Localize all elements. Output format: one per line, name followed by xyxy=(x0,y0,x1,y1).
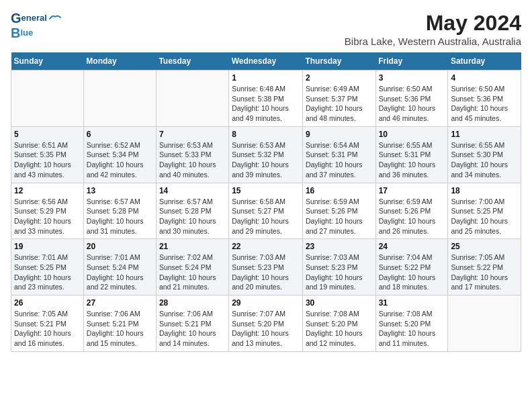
calendar-cell: 30Sunrise: 7:08 AM Sunset: 5:20 PM Dayli… xyxy=(302,295,375,352)
calendar-cell: 21Sunrise: 7:02 AM Sunset: 5:24 PM Dayli… xyxy=(156,239,228,295)
day-number: 10 xyxy=(379,130,445,139)
day-info: Sunrise: 7:06 AM Sunset: 5:21 PM Dayligh… xyxy=(87,309,153,349)
day-info: Sunrise: 7:05 AM Sunset: 5:21 PM Dayligh… xyxy=(14,309,81,349)
day-number: 16 xyxy=(306,186,373,195)
day-number: 9 xyxy=(306,130,373,139)
calendar-cell xyxy=(11,71,84,127)
day-number: 28 xyxy=(159,298,226,308)
day-number: 2 xyxy=(306,73,373,83)
day-info: Sunrise: 7:02 AM Sunset: 5:24 PM Dayligh… xyxy=(159,253,226,292)
col-header-friday: Friday xyxy=(375,52,448,71)
day-info: Sunrise: 7:00 AM Sunset: 5:25 PM Dayligh… xyxy=(451,197,518,236)
day-number: 18 xyxy=(451,186,518,195)
calendar-cell: 16Sunrise: 6:59 AM Sunset: 5:26 PM Dayli… xyxy=(302,183,375,239)
day-info: Sunrise: 6:50 AM Sunset: 5:36 PM Dayligh… xyxy=(379,84,445,124)
calendar-cell: 4Sunrise: 6:50 AM Sunset: 5:36 PM Daylig… xyxy=(448,71,521,127)
calendar-cell: 15Sunrise: 6:58 AM Sunset: 5:27 PM Dayli… xyxy=(229,183,303,239)
calendar-table: SundayMondayTuesdayWednesdayThursdayFrid… xyxy=(11,52,521,352)
calendar-cell: 25Sunrise: 7:05 AM Sunset: 5:22 PM Dayli… xyxy=(448,239,521,295)
day-number: 14 xyxy=(159,186,226,195)
calendar-cell: 11Sunrise: 6:55 AM Sunset: 5:30 PM Dayli… xyxy=(448,126,521,183)
day-number: 17 xyxy=(379,186,445,195)
calendar-cell: 19Sunrise: 7:01 AM Sunset: 5:25 PM Dayli… xyxy=(11,239,84,295)
day-info: Sunrise: 6:57 AM Sunset: 5:28 PM Dayligh… xyxy=(159,197,226,236)
calendar-cell: 24Sunrise: 7:04 AM Sunset: 5:22 PM Dayli… xyxy=(375,239,448,295)
calendar-cell: 29Sunrise: 7:07 AM Sunset: 5:20 PM Dayli… xyxy=(229,295,303,352)
day-info: Sunrise: 7:07 AM Sunset: 5:20 PM Dayligh… xyxy=(232,309,300,349)
day-number: 3 xyxy=(379,73,445,83)
day-info: Sunrise: 7:04 AM Sunset: 5:22 PM Dayligh… xyxy=(379,253,445,292)
calendar-cell: 7Sunrise: 6:53 AM Sunset: 5:33 PM Daylig… xyxy=(156,126,228,183)
calendar-week-4: 19Sunrise: 7:01 AM Sunset: 5:25 PM Dayli… xyxy=(11,239,521,295)
day-number: 19 xyxy=(14,242,81,251)
day-info: Sunrise: 6:58 AM Sunset: 5:27 PM Dayligh… xyxy=(232,197,300,236)
logo-bird-icon xyxy=(48,13,62,23)
calendar-cell: 20Sunrise: 7:01 AM Sunset: 5:24 PM Dayli… xyxy=(83,239,156,295)
day-info: Sunrise: 6:53 AM Sunset: 5:32 PM Dayligh… xyxy=(232,140,300,180)
day-info: Sunrise: 7:05 AM Sunset: 5:22 PM Dayligh… xyxy=(451,253,518,292)
day-number: 6 xyxy=(87,130,153,139)
day-number: 21 xyxy=(159,242,226,251)
day-info: Sunrise: 6:54 AM Sunset: 5:31 PM Dayligh… xyxy=(306,140,373,180)
calendar-week-2: 5Sunrise: 6:51 AM Sunset: 5:35 PM Daylig… xyxy=(11,126,521,183)
day-number: 25 xyxy=(451,242,518,251)
calendar-cell: 13Sunrise: 6:57 AM Sunset: 5:28 PM Dayli… xyxy=(83,183,156,239)
col-header-saturday: Saturday xyxy=(448,52,521,71)
day-number: 15 xyxy=(232,186,300,195)
calendar-cell: 5Sunrise: 6:51 AM Sunset: 5:35 PM Daylig… xyxy=(11,126,84,183)
day-number: 11 xyxy=(451,130,518,139)
calendar-cell: 18Sunrise: 7:00 AM Sunset: 5:25 PM Dayli… xyxy=(448,183,521,239)
calendar-week-3: 12Sunrise: 6:56 AM Sunset: 5:29 PM Dayli… xyxy=(11,183,521,239)
day-number: 24 xyxy=(379,242,445,251)
day-number: 26 xyxy=(14,298,81,308)
day-number: 13 xyxy=(87,186,153,195)
col-header-wednesday: Wednesday xyxy=(229,52,303,71)
logo-general-g: G xyxy=(11,11,21,26)
day-number: 7 xyxy=(159,130,226,139)
calendar-cell xyxy=(83,71,156,127)
calendar-header-row: SundayMondayTuesdayWednesdayThursdayFrid… xyxy=(11,52,521,71)
day-info: Sunrise: 7:03 AM Sunset: 5:23 PM Dayligh… xyxy=(232,253,300,292)
day-number: 4 xyxy=(451,73,518,83)
calendar-cell xyxy=(156,71,228,127)
day-number: 5 xyxy=(14,130,81,139)
day-number: 12 xyxy=(14,186,81,195)
calendar-cell: 26Sunrise: 7:05 AM Sunset: 5:21 PM Dayli… xyxy=(11,295,84,352)
calendar-cell: 3Sunrise: 6:50 AM Sunset: 5:36 PM Daylig… xyxy=(375,71,448,127)
calendar-cell: 8Sunrise: 6:53 AM Sunset: 5:32 PM Daylig… xyxy=(229,126,303,183)
day-number: 1 xyxy=(232,73,300,83)
day-number: 8 xyxy=(232,130,300,139)
day-number: 30 xyxy=(306,298,373,308)
calendar-cell: 31Sunrise: 7:08 AM Sunset: 5:20 PM Dayli… xyxy=(375,295,448,352)
calendar-cell: 14Sunrise: 6:57 AM Sunset: 5:28 PM Dayli… xyxy=(156,183,228,239)
day-info: Sunrise: 6:49 AM Sunset: 5:37 PM Dayligh… xyxy=(306,84,373,124)
day-info: Sunrise: 6:52 AM Sunset: 5:34 PM Dayligh… xyxy=(87,140,153,180)
page-title: May 2024 xyxy=(345,11,521,36)
day-info: Sunrise: 6:59 AM Sunset: 5:26 PM Dayligh… xyxy=(306,197,373,236)
logo: G eneral B lue xyxy=(11,11,62,40)
day-number: 31 xyxy=(379,298,445,308)
calendar-cell: 9Sunrise: 6:54 AM Sunset: 5:31 PM Daylig… xyxy=(302,126,375,183)
day-info: Sunrise: 6:48 AM Sunset: 5:38 PM Dayligh… xyxy=(232,84,300,124)
day-info: Sunrise: 6:59 AM Sunset: 5:26 PM Dayligh… xyxy=(379,197,445,236)
calendar-cell: 17Sunrise: 6:59 AM Sunset: 5:26 PM Dayli… xyxy=(375,183,448,239)
day-info: Sunrise: 7:08 AM Sunset: 5:20 PM Dayligh… xyxy=(379,309,445,349)
calendar-cell: 27Sunrise: 7:06 AM Sunset: 5:21 PM Dayli… xyxy=(83,295,156,352)
day-info: Sunrise: 6:50 AM Sunset: 5:36 PM Dayligh… xyxy=(451,84,518,124)
calendar-week-5: 26Sunrise: 7:05 AM Sunset: 5:21 PM Dayli… xyxy=(11,295,521,352)
day-number: 23 xyxy=(306,242,373,251)
day-info: Sunrise: 6:55 AM Sunset: 5:30 PM Dayligh… xyxy=(451,140,518,180)
calendar-week-1: 1Sunrise: 6:48 AM Sunset: 5:38 PM Daylig… xyxy=(11,71,521,127)
logo-blue-rest: lue xyxy=(20,28,33,38)
title-block: May 2024 Bibra Lake, Western Australia, … xyxy=(345,11,521,47)
col-header-sunday: Sunday xyxy=(11,52,84,71)
calendar-cell: 2Sunrise: 6:49 AM Sunset: 5:37 PM Daylig… xyxy=(302,71,375,127)
day-info: Sunrise: 6:55 AM Sunset: 5:31 PM Dayligh… xyxy=(379,140,445,180)
day-info: Sunrise: 7:01 AM Sunset: 5:25 PM Dayligh… xyxy=(14,253,81,292)
day-number: 22 xyxy=(232,242,300,251)
calendar-cell: 23Sunrise: 7:03 AM Sunset: 5:23 PM Dayli… xyxy=(302,239,375,295)
day-info: Sunrise: 6:53 AM Sunset: 5:33 PM Dayligh… xyxy=(159,140,226,180)
day-info: Sunrise: 7:01 AM Sunset: 5:24 PM Dayligh… xyxy=(87,253,153,292)
col-header-monday: Monday xyxy=(83,52,156,71)
page-header: G eneral B lue May 2024 Bibra Lake, West… xyxy=(11,11,521,47)
